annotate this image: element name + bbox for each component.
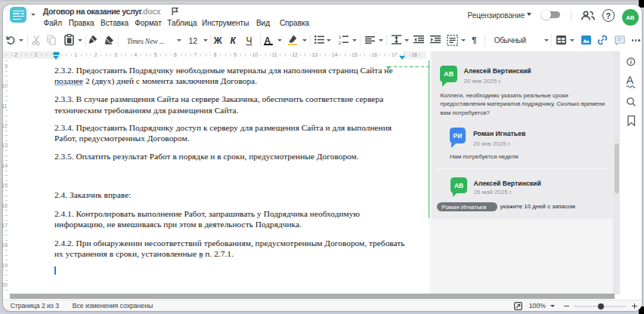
svg-text:2: 2 [339, 41, 341, 45]
svg-text:1: 1 [339, 35, 341, 39]
